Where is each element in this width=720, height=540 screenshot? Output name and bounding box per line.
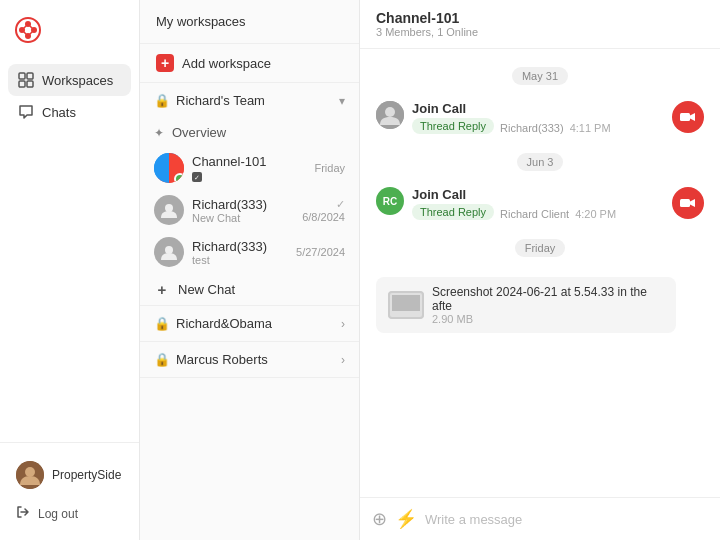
svg-line-8 xyxy=(28,30,34,36)
channel-name-channel-101: Channel-101 xyxy=(192,154,306,169)
file-thumbnail xyxy=(388,291,424,319)
message-row-2: RC Join Call Thread Reply Richard Client… xyxy=(376,183,704,227)
overview-label: Overview xyxy=(172,125,226,140)
message-content-1: Join Call Thread Reply Richard(333) 4:11… xyxy=(412,101,664,137)
avatar xyxy=(16,461,44,489)
chevron-down-icon: ▾ xyxy=(339,94,345,108)
logout-button[interactable]: Log out xyxy=(10,499,129,528)
channel-sub-richard-333-2: test xyxy=(192,254,288,266)
workspace-name-richard-obama: Richard&Obama xyxy=(176,316,272,331)
svg-rect-25 xyxy=(392,295,420,311)
thread-reply-badge-1[interactable]: Thread Reply xyxy=(412,118,494,134)
chat-header: Channel-101 3 Members, 1 Online xyxy=(360,0,720,49)
video-call-button-2[interactable] xyxy=(672,187,704,219)
message-sender-ref-1: Richard(333) xyxy=(500,122,564,134)
svg-point-20 xyxy=(385,107,395,117)
sidebar-item-chats[interactable]: Chats xyxy=(8,96,131,128)
message-input[interactable] xyxy=(425,512,708,527)
attach-icon[interactable]: ⊕ xyxy=(372,508,387,530)
richard-333-avatar-2 xyxy=(154,237,184,267)
channel-time-channel-101: Friday xyxy=(314,162,345,174)
new-chat-button[interactable]: + New Chat xyxy=(140,273,359,305)
message-sender-ref-2: Richard Client xyxy=(500,208,569,220)
svg-line-5 xyxy=(22,24,28,30)
channel-101-avatar xyxy=(154,153,184,183)
workspace-name-richards-team: Richard's Team xyxy=(176,93,265,108)
chat-input-bar: ⊕ ⚡ xyxy=(360,497,720,540)
svg-point-14 xyxy=(25,467,35,477)
chevron-right-icon-3: › xyxy=(341,353,345,367)
message-time-1: 4:11 PM xyxy=(570,122,611,134)
message-content-2: Join Call Thread Reply Richard Client 4:… xyxy=(412,187,664,223)
svg-rect-10 xyxy=(27,73,33,79)
left-sidebar: Workspaces Chats PropertySide xyxy=(0,0,140,540)
checkmark-icon-1: ✓ xyxy=(336,198,345,211)
message-text-2: Join Call xyxy=(412,187,466,202)
message-time-2: 4:20 PM xyxy=(575,208,616,220)
svg-rect-12 xyxy=(27,81,33,87)
online-badge xyxy=(174,173,184,183)
lock-icon-3: 🔒 xyxy=(154,352,170,367)
app-logo-icon xyxy=(14,16,42,44)
video-call-button-1[interactable] xyxy=(672,101,704,133)
svg-line-7 xyxy=(22,30,28,36)
channel-sub-channel-101: ✓ xyxy=(192,169,306,181)
chat-title: Channel-101 xyxy=(376,10,459,26)
workspace-richard-obama[interactable]: 🔒 Richard&Obama › xyxy=(140,306,359,342)
svg-rect-21 xyxy=(680,113,690,121)
lock-icon: 🔒 xyxy=(154,93,170,108)
thread-reply-badge-2[interactable]: Thread Reply xyxy=(412,204,494,220)
new-chat-label: New Chat xyxy=(178,282,235,297)
workspaces-label: Workspaces xyxy=(42,73,113,88)
svg-point-17 xyxy=(165,204,173,212)
message-row-1: Join Call Thread Reply Richard(333) 4:11… xyxy=(376,97,704,141)
chat-subtitle: 3 Members, 1 Online xyxy=(376,26,478,38)
message-avatar-1 xyxy=(376,101,404,129)
workspace-marcus-roberts[interactable]: 🔒 Marcus Roberts › xyxy=(140,342,359,378)
workspace-title-richards-team[interactable]: 🔒 Richard's Team ▾ xyxy=(140,83,359,118)
middle-panel: My workspaces + Add workspace 🔒 Richard'… xyxy=(140,0,360,540)
message-avatar-2: RC xyxy=(376,187,404,215)
chats-icon xyxy=(18,104,34,120)
channel-item-richard-333-1[interactable]: Richard(333) New Chat ✓ 6/8/2024 xyxy=(140,189,359,231)
file-size: 2.90 MB xyxy=(432,313,664,325)
date-badge-may31: May 31 xyxy=(512,67,568,85)
channel-name-richard-333-1: Richard(333) xyxy=(192,197,294,212)
bolt-icon[interactable]: ⚡ xyxy=(395,508,417,530)
lock-icon-2: 🔒 xyxy=(154,316,170,331)
chevron-right-icon-2: › xyxy=(341,317,345,331)
logout-label: Log out xyxy=(38,507,78,521)
channel-name-richard-333-2: Richard(333) xyxy=(192,239,288,254)
my-workspaces-header: My workspaces xyxy=(140,0,359,44)
add-workspace-button[interactable]: + Add workspace xyxy=(140,44,359,83)
channel-item-channel-101[interactable]: Channel-101 ✓ Friday xyxy=(140,147,359,189)
message-row-file: Screenshot 2024-06-21 at 5.54.33 in the … xyxy=(376,269,704,337)
sidebar-item-workspaces[interactable]: Workspaces xyxy=(8,64,131,96)
svg-point-18 xyxy=(165,246,173,254)
user-profile[interactable]: PropertySide xyxy=(10,455,129,495)
message-text-1: Join Call xyxy=(412,101,466,116)
add-workspace-label: Add workspace xyxy=(182,56,271,71)
new-chat-icon: + xyxy=(154,281,170,297)
richard-333-avatar-1 xyxy=(154,195,184,225)
channel-time-richard-333-2: 5/27/2024 xyxy=(296,246,345,258)
workspace-name-marcus-roberts: Marcus Roberts xyxy=(176,352,268,367)
chats-label: Chats xyxy=(42,105,76,120)
overview-icon: ✦ xyxy=(154,126,164,140)
workspaces-icon xyxy=(18,72,34,88)
file-name: Screenshot 2024-06-21 at 5.54.33 in the … xyxy=(432,285,664,313)
channel-sub-richard-333-1: New Chat xyxy=(192,212,294,224)
svg-text:✓: ✓ xyxy=(194,174,200,181)
svg-rect-11 xyxy=(19,81,25,87)
sidebar-nav: Workspaces Chats xyxy=(0,60,139,442)
overview-item[interactable]: ✦ Overview xyxy=(140,118,359,147)
date-badge-jun3: Jun 3 xyxy=(517,153,564,171)
svg-rect-9 xyxy=(19,73,25,79)
sidebar-bottom: PropertySide Log out xyxy=(0,442,139,540)
logo-area xyxy=(0,0,139,60)
main-chat-panel: Channel-101 3 Members, 1 Online May 31 J… xyxy=(360,0,720,540)
svg-rect-22 xyxy=(680,199,690,207)
svg-line-6 xyxy=(28,24,34,30)
file-attachment[interactable]: Screenshot 2024-06-21 at 5.54.33 in the … xyxy=(376,277,676,333)
channel-item-richard-333-2[interactable]: Richard(333) test 5/27/2024 xyxy=(140,231,359,273)
